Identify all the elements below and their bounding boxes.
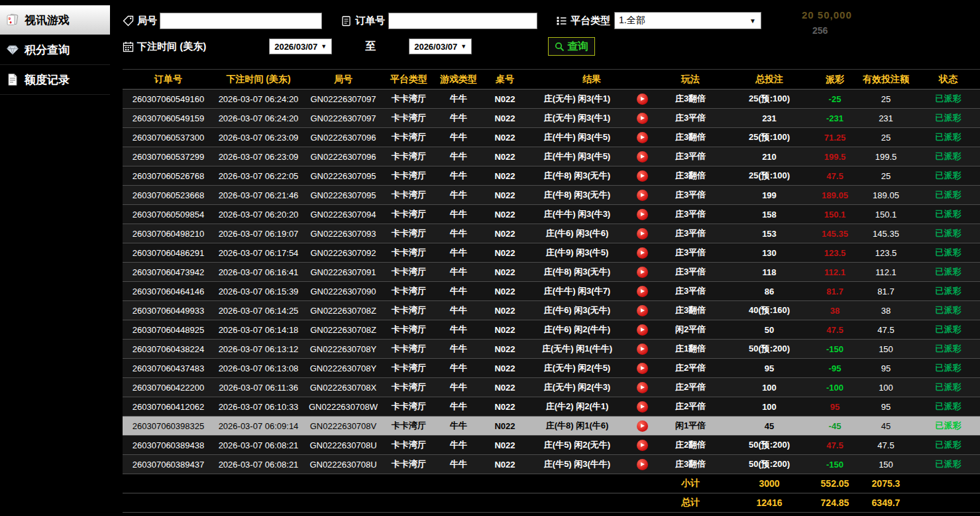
filter-row-1: 局号 订单号 xyxy=(123,8,980,33)
date-from-picker[interactable]: 2026/03/07 ▼ xyxy=(269,38,332,54)
payout-cell: -45 xyxy=(814,417,855,436)
table-number-cell: N022 xyxy=(483,263,527,282)
status-cell: 已派彩 xyxy=(916,263,980,282)
diamond-icon xyxy=(6,43,19,56)
table-row[interactable]: 260307060498210 2026-03-07 06:19:07 GN02… xyxy=(123,224,980,243)
bet-time-cell: 2026-03-07 06:19:07 xyxy=(214,224,303,243)
cards-icon: 9 ♦ xyxy=(6,13,19,27)
table-row[interactable]: 260307060486291 2026-03-07 06:17:54 GN02… xyxy=(123,243,980,263)
result-cell: 庄(无牛) 闲1(牛牛) xyxy=(527,340,627,359)
play-method-cell: 庄3平倍 xyxy=(657,186,724,205)
play-button[interactable] xyxy=(637,401,648,413)
table-row[interactable]: 260307060473942 2026-03-07 06:16:41 GN02… xyxy=(123,263,980,282)
total-bet-cell: 95 xyxy=(724,359,814,378)
play-button[interactable] xyxy=(637,247,648,259)
table-row[interactable]: 260307060549159 2026-03-07 06:24:20 GN02… xyxy=(123,109,980,128)
valid-bet-cell: 145.35 xyxy=(855,224,916,243)
bet-time-cell: 2026-03-07 06:15:39 xyxy=(214,282,303,301)
total-payout: 724.85 xyxy=(814,493,855,513)
order-number-cell: 260307060389438 xyxy=(123,436,214,455)
table-row[interactable]: 260307060464146 2026-03-07 06:15:39 GN02… xyxy=(123,282,980,301)
game-type-cell: 牛牛 xyxy=(434,301,483,320)
date-from-value: 2026/03/07 xyxy=(274,42,317,52)
table-row[interactable]: 260307060389438 2026-03-07 06:08:21 GN02… xyxy=(123,436,980,455)
sidebar-item-points-query[interactable]: 积分查询 xyxy=(0,35,110,65)
result-cell: 庄(牛8) 闲1(牛6) xyxy=(527,417,627,436)
play-button[interactable] xyxy=(637,228,648,239)
replay-cell xyxy=(627,417,657,436)
play-method-cell: 庄3平倍 xyxy=(657,224,724,243)
table-row[interactable]: 260307060437483 2026-03-07 06:13:08 GN02… xyxy=(123,359,980,378)
date-to-picker[interactable]: 2026/03/07 ▼ xyxy=(409,38,472,54)
play-button[interactable] xyxy=(637,363,648,374)
round-number-input[interactable] xyxy=(160,13,322,29)
result-cell: 庄(牛牛) 闲3(牛7) xyxy=(527,282,627,301)
valid-bet-cell: 199.5 xyxy=(855,147,916,166)
order-number-input[interactable] xyxy=(388,13,537,29)
round-number-cell: GN0222630708W xyxy=(303,397,384,417)
table-row[interactable]: 260307060549160 2026-03-07 06:24:20 GN02… xyxy=(123,90,980,109)
round-number-cell: GN02226307096 xyxy=(303,147,384,166)
play-button[interactable] xyxy=(637,382,648,393)
table-row[interactable]: 260307060412062 2026-03-07 06:10:33 GN02… xyxy=(123,397,980,417)
order-number-cell: 260307060422200 xyxy=(123,378,214,397)
play-method-cell: 庄3平倍 xyxy=(657,147,724,166)
query-button-label: 查询 xyxy=(567,40,588,54)
game-type-cell: 牛牛 xyxy=(434,128,483,147)
valid-bet-cell: 25 xyxy=(855,128,916,147)
play-button[interactable] xyxy=(637,267,648,278)
order-number-label-group: 订单号 xyxy=(341,15,385,27)
round-number-cell: GN02226307094 xyxy=(303,205,384,224)
play-button[interactable] xyxy=(637,420,648,432)
replay-cell xyxy=(627,147,657,166)
round-number-cell: GN02226307091 xyxy=(303,263,384,282)
game-type-cell: 牛牛 xyxy=(434,282,483,301)
table-row[interactable]: 260307060537300 2026-03-07 06:23:09 GN02… xyxy=(123,128,980,147)
table-row[interactable]: 260307060389437 2026-03-07 06:08:21 GN02… xyxy=(123,455,980,474)
round-number-cell: GN02226307096 xyxy=(303,128,384,147)
play-button[interactable] xyxy=(637,286,648,297)
game-type-cell: 牛牛 xyxy=(434,186,483,205)
play-button[interactable] xyxy=(637,209,648,220)
play-button[interactable] xyxy=(637,305,648,316)
play-button[interactable] xyxy=(637,170,648,182)
round-number-cell: GN0222630708U xyxy=(303,455,384,474)
play-button[interactable] xyxy=(637,459,648,470)
payout-cell: 38 xyxy=(814,301,855,320)
table-row[interactable]: 260307060438224 2026-03-07 06:13:12 GN02… xyxy=(123,340,980,359)
sidebar-item-video-games[interactable]: 9 ♦ 视讯游戏 xyxy=(0,5,110,35)
table-row[interactable]: 260307060422200 2026-03-07 06:11:36 GN02… xyxy=(123,378,980,397)
valid-bet-cell: 47.5 xyxy=(855,436,916,455)
total-bet-cell: 40(预:160) xyxy=(724,301,814,320)
play-button[interactable] xyxy=(637,440,648,451)
round-number-cell: GN0222630708V xyxy=(303,417,384,436)
table-number-cell: N022 xyxy=(483,147,527,166)
table-row[interactable]: 260307060537299 2026-03-07 06:23:09 GN02… xyxy=(123,147,980,166)
table-row[interactable]: 260307060448925 2026-03-07 06:14:18 GN02… xyxy=(123,320,980,340)
col-header-round: 局号 xyxy=(303,70,384,90)
game-type-cell: 牛牛 xyxy=(434,378,483,397)
platform-type-select[interactable]: 1.全部 ▼ xyxy=(614,12,761,29)
table-row[interactable]: 260307060509854 2026-03-07 06:20:20 GN02… xyxy=(123,205,980,224)
valid-bet-cell: 100 xyxy=(855,378,916,397)
play-button[interactable] xyxy=(637,94,648,105)
sidebar-item-credit-records[interactable]: 额度记录 xyxy=(0,65,110,95)
play-button[interactable] xyxy=(637,190,648,201)
play-button[interactable] xyxy=(637,132,648,143)
table-row[interactable]: 260307060523668 2026-03-07 06:21:46 GN02… xyxy=(123,186,980,205)
result-cell: 庄(无牛) 闲3(牛1) xyxy=(527,90,627,109)
play-button[interactable] xyxy=(637,324,648,336)
play-button[interactable] xyxy=(637,113,648,124)
table-row[interactable]: 260307060398325 2026-03-07 06:09:14 GN02… xyxy=(123,417,980,436)
payout-cell: 47.5 xyxy=(814,436,855,455)
query-button[interactable]: 查询 xyxy=(548,37,595,56)
chevron-down-icon: ▼ xyxy=(461,43,466,50)
table-row[interactable]: 260307060449933 2026-03-07 06:14:25 GN02… xyxy=(123,301,980,320)
table-row[interactable]: 260307060526768 2026-03-07 06:22:05 GN02… xyxy=(123,166,980,186)
valid-bet-cell: 38 xyxy=(855,301,916,320)
sidebar-item-label: 视讯游戏 xyxy=(25,13,70,28)
play-button[interactable] xyxy=(637,151,648,162)
platform-cell: 卡卡湾厅 xyxy=(384,263,434,282)
result-cell: 庄(牛8) 闲3(无牛) xyxy=(527,263,627,282)
play-button[interactable] xyxy=(637,344,648,355)
